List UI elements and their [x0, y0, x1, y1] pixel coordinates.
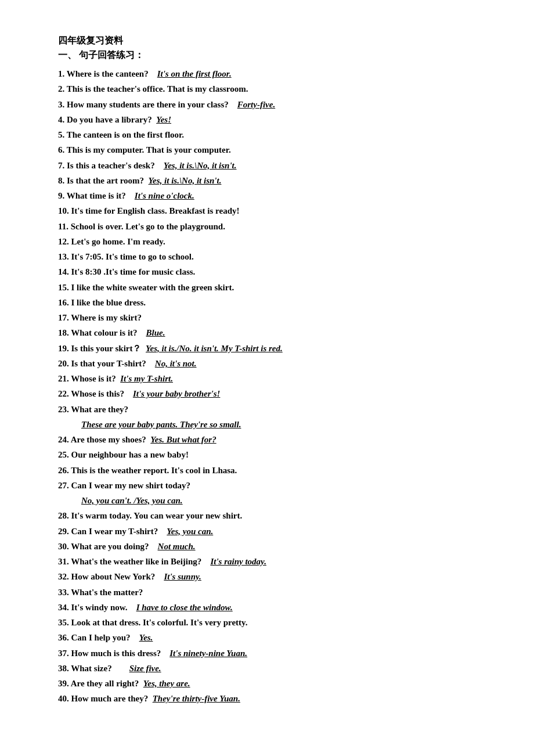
line-item: 32. How about New York? It's sunny.	[58, 569, 488, 584]
line-item: 33. What's the matter?	[58, 585, 488, 600]
line-item: 7. Is this a teacher's desk? Yes, it is.…	[58, 158, 488, 173]
line-item: 29. Can I wear my T-shirt? Yes, you can.	[58, 524, 488, 539]
line-item: 13. It's 7:05. It's time to go to school…	[58, 249, 488, 264]
line-item: 10. It's time for English class. Breakfa…	[58, 203, 488, 218]
line-item: 25. Our neighbour has a new baby!	[58, 447, 488, 462]
line-item: 8. Is that the art room? Yes, it is.\No,…	[58, 173, 488, 188]
line-item: 16. I like the blue dress.	[58, 295, 488, 310]
line-item: 36. Can I help you? Yes.	[58, 630, 488, 645]
line-item: 19. Is this your skirt？ Yes, it is./No. …	[58, 341, 488, 356]
line-item: 18. What colour is it? Blue.	[58, 325, 488, 340]
line-item: 27. Can I wear my new shirt today?	[58, 478, 488, 493]
line-item: 15. I like the white sweater with the gr…	[58, 280, 488, 295]
line-item: 37. How much is this dress? It's ninety-…	[58, 646, 488, 661]
page-title: 四年级复习资料	[58, 35, 488, 47]
line-indent: These are your baby pants. They're so sm…	[58, 417, 488, 432]
line-item: 31. What's the weather like in Beijing? …	[58, 554, 488, 569]
line-item: 14. It's 8:30 .It's time for music class…	[58, 264, 488, 279]
line-item: 39. Are they all right? Yes, they are.	[58, 676, 488, 691]
line-item: 17. Where is my skirt?	[58, 310, 488, 325]
line-item: 12. Let's go home. I'm ready.	[58, 234, 488, 249]
line-item: 2. This is the teacher's office. That is…	[58, 81, 488, 96]
line-item: 38. What size? Size five.	[58, 661, 488, 676]
line-item: 28. It's warm today. You can wear your n…	[58, 508, 488, 523]
section-header: 一、 句子回答练习：	[58, 49, 488, 62]
line-item: 21. Whose is it? It's my T-shirt.	[58, 371, 488, 386]
line-item: 5. The canteen is on the first floor.	[58, 127, 488, 142]
content-area: 1. Where is the canteen? It's on the fir…	[58, 66, 488, 707]
line-item: 30. What are you doing? Not much.	[58, 539, 488, 554]
line-item: 1. Where is the canteen? It's on the fir…	[58, 66, 488, 81]
line-item: 23. What are they?	[58, 402, 488, 417]
line-item: 35. Look at that dress. It's colorful. I…	[58, 615, 488, 630]
line-item: 3. How many students are there in your c…	[58, 97, 488, 112]
line-item: 34. It's windy now. I have to close the …	[58, 600, 488, 615]
line-indent: No, you can't. /Yes, you can.	[58, 493, 488, 508]
line-item: 9. What time is it? It's nine o'clock.	[58, 188, 488, 203]
line-item: 20. Is that your T-shirt? No, it's not.	[58, 356, 488, 371]
line-item: 22. Whose is this? It's your baby brothe…	[58, 386, 488, 401]
line-item: 6. This is my computer. That is your com…	[58, 142, 488, 157]
line-item: 4. Do you have a library? Yes!	[58, 112, 488, 127]
line-item: 11. School is over. Let's go to the play…	[58, 219, 488, 234]
line-item: 26. This is the weather report. It's coo…	[58, 463, 488, 478]
line-item: 24. Are those my shoes? Yes. But what fo…	[58, 432, 488, 447]
line-item: 40. How much are they? They're thirty-fi…	[58, 691, 488, 706]
